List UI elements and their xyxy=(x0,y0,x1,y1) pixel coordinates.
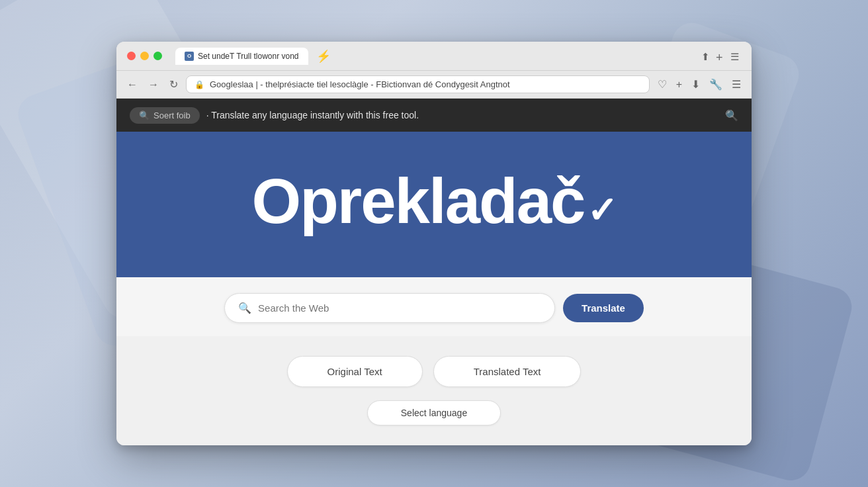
nav-bar: ← → ↻ 🔒 Googleslaa | - thelprésiacte tie… xyxy=(116,71,752,99)
hero-title: Oprekladač✓ xyxy=(252,169,617,233)
announcement-message: · Translate any language instantly with … xyxy=(206,110,419,120)
hero-checkmark-icon: ✓ xyxy=(587,190,616,231)
forward-icon: → xyxy=(148,79,159,91)
maximize-button[interactable] xyxy=(153,52,162,60)
browser-window: O Set undeT Trull tlowonr vond ⚡ ⬆ + ☰ ←… xyxy=(116,42,752,445)
menu-icon[interactable]: ☰ xyxy=(729,75,744,93)
share-icon[interactable]: ⬆ xyxy=(701,51,712,62)
original-text-tab[interactable]: Original Text xyxy=(287,356,423,387)
translate-button[interactable]: Translate xyxy=(563,294,644,322)
announcement-left: 🔍 Soert foib · Translate any language in… xyxy=(130,107,419,124)
new-tab-icon[interactable]: + xyxy=(673,75,685,93)
tab-title: Set undeT Trull tlowonr vond xyxy=(198,52,299,61)
tab-area: O Set undeT Trull tlowonr vond ⚡ xyxy=(175,48,693,65)
nav-right-icons: ♡ + ⬇ 🔧 ☰ xyxy=(655,75,744,93)
title-bar: O Set undeT Trull tlowonr vond ⚡ ⬆ + ☰ xyxy=(116,42,752,71)
announcement-search-text: Soert foib xyxy=(153,111,191,120)
text-tabs: Original Text Translated Text xyxy=(287,356,582,387)
translated-text-tab[interactable]: Translated Text xyxy=(433,356,582,387)
refresh-icon: ↻ xyxy=(169,78,178,91)
announcement-right-search-icon[interactable]: 🔍 xyxy=(725,109,738,122)
language-select-text: Select language xyxy=(401,408,467,418)
window-controls xyxy=(127,52,162,60)
add-tab-icon[interactable]: + xyxy=(716,51,726,62)
close-button[interactable] xyxy=(127,52,136,60)
search-input[interactable] xyxy=(258,302,541,314)
extensions-icon[interactable]: 🔧 xyxy=(707,75,725,93)
title-bar-icons: ⬆ + ☰ xyxy=(701,51,741,62)
tab-favicon-icon: O xyxy=(185,52,194,61)
tab-plugin-icon[interactable]: ⚡ xyxy=(314,49,333,64)
hero-title-text: Oprekladač xyxy=(252,165,585,236)
forward-button[interactable]: → xyxy=(146,76,161,93)
main-search-bar: 🔍 xyxy=(224,293,555,323)
back-icon: ← xyxy=(127,79,138,91)
browser-tab[interactable]: O Set undeT Trull tlowonr vond xyxy=(175,48,308,65)
search-section: 🔍 Translate xyxy=(116,277,752,336)
bookmark-icon[interactable]: ♡ xyxy=(655,75,670,93)
address-text: Googleslaa | - thelprésiacte tiel lesocl… xyxy=(210,79,510,89)
announcement-search-box[interactable]: 🔍 Soert foib xyxy=(130,107,200,124)
sidebar-icon[interactable]: ☰ xyxy=(730,51,741,62)
search-small-icon: 🔍 xyxy=(139,111,150,120)
back-button[interactable]: ← xyxy=(124,76,140,93)
content-area: Original Text Translated Text Select lan… xyxy=(116,336,752,445)
search-icon: 🔍 xyxy=(238,302,251,314)
download-icon[interactable]: ⬇ xyxy=(689,75,703,93)
hero-banner: Oprekladač✓ xyxy=(116,132,752,277)
address-bar[interactable]: 🔒 Googleslaa | - thelprésiacte tiel leso… xyxy=(186,75,650,93)
minimize-button[interactable] xyxy=(140,52,149,60)
announcement-bar: 🔍 Soert foib · Translate any language in… xyxy=(116,99,752,132)
lock-icon: 🔒 xyxy=(195,80,204,89)
refresh-button[interactable]: ↻ xyxy=(167,75,181,93)
language-select[interactable]: Select language xyxy=(367,400,501,425)
